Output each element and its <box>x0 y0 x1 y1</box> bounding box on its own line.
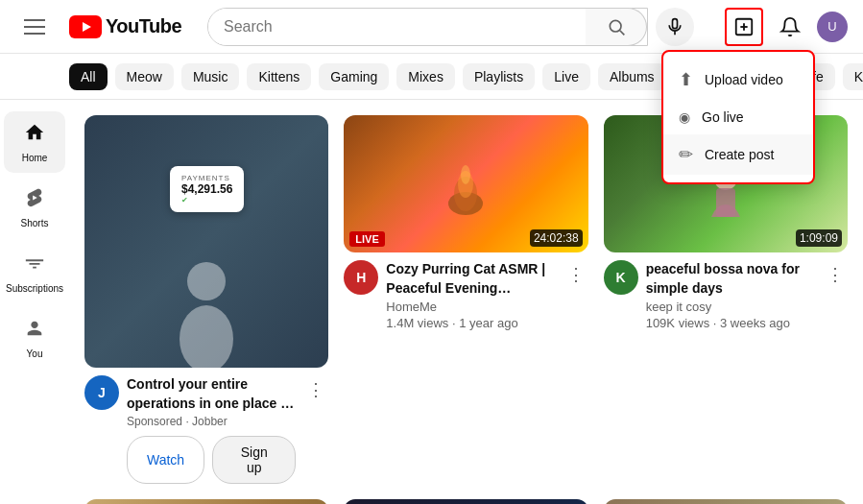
video-stats: 109K views · 3 weeks ago <box>646 316 815 330</box>
sidebar: Home Shorts Subscriptions <box>0 100 69 504</box>
video-info: Control your entire operations in one pl… <box>127 375 296 484</box>
category-pill-mixes[interactable]: Mixes <box>396 63 455 90</box>
logo[interactable]: YouTube <box>69 15 181 38</box>
sidebar-item-you[interactable]: You <box>4 307 65 369</box>
search-input[interactable] <box>208 9 586 45</box>
hamburger-icon <box>20 15 49 38</box>
thumbnail-container: 180DAYS 43:39 <box>84 499 328 504</box>
sidebar-item-subscriptions[interactable]: Subscriptions <box>4 242 65 303</box>
video-meta: H Cozy Purring Cat ASMR | Peaceful Eveni… <box>344 260 587 330</box>
watch-button[interactable]: Watch <box>127 436 204 484</box>
category-pill-albums[interactable]: Albums <box>598 63 666 90</box>
search-icon <box>607 17 626 36</box>
sidebar-item-shorts[interactable]: Shorts <box>4 177 65 238</box>
category-pill-kpop[interactable]: K-Pop <box>843 63 863 90</box>
search-bar <box>207 8 648 46</box>
video-menu-button[interactable]: ⋮ <box>303 375 328 404</box>
svg-point-9 <box>187 262 226 300</box>
create-post-icon: ✏ <box>679 144 693 165</box>
video-title: peaceful bossa nova for simple days <box>646 260 815 298</box>
video-info: peaceful bossa nova for simple days keep… <box>646 260 815 330</box>
create-post-label: Create post <box>705 147 774 162</box>
video-menu-button[interactable]: ⋮ <box>823 260 848 289</box>
create-button[interactable] <box>725 8 763 46</box>
thumbnail-container: PAYMENTS $4,291.56 ✔ <box>84 115 328 368</box>
channel-avatar: K <box>604 260 638 295</box>
category-pill-playlists[interactable]: Playlists <box>463 63 535 90</box>
shorts-icon <box>24 187 45 214</box>
youtube-logo-icon <box>69 15 102 38</box>
category-pill-music[interactable]: Music <box>181 63 240 90</box>
video-title: Control your entire operations in one pl… <box>127 375 296 413</box>
upload-video-label: Upload video <box>705 72 783 87</box>
video-channel: HomeMe <box>386 300 555 314</box>
channel-avatar-initials: K <box>604 260 638 295</box>
svg-point-2 <box>610 20 621 32</box>
video-card-v2[interactable]: 24:02:38 LIVE H Cozy Purring Cat ASMR | … <box>344 115 587 484</box>
payment-overlay: PAYMENTS $4,291.56 ✔ <box>170 166 244 212</box>
create-post-item[interactable]: ✏ Create post <box>663 134 813 175</box>
sidebar-item-home[interactable]: Home <box>4 111 65 173</box>
go-live-item[interactable]: ◉ Go live <box>663 100 813 134</box>
cta-buttons: Watch Sign up <box>127 436 296 484</box>
mic-icon <box>665 17 684 36</box>
svg-rect-4 <box>673 18 678 28</box>
thumbnail-container: 24:02:38 LIVE <box>344 115 587 252</box>
video-meta: K peaceful bossa nova for simple days ke… <box>604 260 848 330</box>
video-info: Cozy Purring Cat ASMR | Peaceful Evening… <box>386 260 555 330</box>
notifications-button[interactable] <box>771 8 809 46</box>
subscriptions-icon <box>24 252 45 279</box>
thumbnail-container: 7:49 <box>604 499 848 504</box>
sidebar-you-label: You <box>27 348 43 359</box>
video-card-v6[interactable]: 7:49 T Cute kitten discovers the world f… <box>604 499 848 504</box>
live-badge: LIVE <box>349 231 384 247</box>
channel-avatar: H <box>344 260 378 295</box>
create-dropdown: ⬆ Upload video ◉ Go live ✏ Create post <box>661 50 815 184</box>
you-icon <box>24 318 45 345</box>
video-stats: 1.4M views · 1 year ago <box>386 316 555 330</box>
video-card-v1[interactable]: PAYMENTS $4,291.56 ✔ J Control your enti… <box>84 115 328 484</box>
svg-point-10 <box>180 305 233 368</box>
video-card-v4[interactable]: 180DAYS 43:39 C Cat litter box training … <box>84 499 328 504</box>
header-center <box>207 8 694 46</box>
svg-line-3 <box>619 30 624 35</box>
sidebar-home-label: Home <box>22 153 48 163</box>
channel-avatar-initials: J <box>84 375 119 410</box>
video-title: Cozy Purring Cat ASMR | Peaceful Evening… <box>386 260 555 298</box>
category-pill-meow[interactable]: Meow <box>115 63 174 90</box>
upload-icon: ⬆ <box>679 69 693 90</box>
hamburger-button[interactable] <box>15 8 54 46</box>
video-meta: J Control your entire operations in one … <box>84 375 328 484</box>
video-menu-button[interactable]: ⋮ <box>563 260 588 289</box>
category-pill-all[interactable]: All <box>69 63 108 90</box>
category-pill-live[interactable]: Live <box>542 63 590 90</box>
video-card-v5[interactable]: 5:12 C Lo-fi girl sleeping aesthetic mus… <box>344 499 587 504</box>
category-pill-gaming[interactable]: Gaming <box>319 63 389 90</box>
channel-avatar: J <box>84 375 119 410</box>
sponsored-label: Sponsored · Jobber <box>127 415 296 428</box>
header-left: YouTube <box>15 8 207 46</box>
signup-button[interactable]: Sign up <box>212 436 296 484</box>
live-icon: ◉ <box>679 109 690 125</box>
logo-text: YouTube <box>106 15 181 37</box>
thumbnail-content <box>84 252 328 368</box>
duration-badge: 1:09:09 <box>796 229 842 247</box>
header: YouTube <box>0 0 863 54</box>
channel-avatar-initials: H <box>344 260 378 295</box>
go-live-label: Go live <box>702 109 744 125</box>
home-icon <box>24 122 45 149</box>
video-channel: keep it cosy <box>646 300 815 314</box>
create-icon <box>733 16 755 37</box>
thumbnail-container: 5:12 <box>344 499 587 504</box>
sidebar-subscriptions-label: Subscriptions <box>6 283 63 294</box>
svg-point-14 <box>461 165 470 184</box>
mic-button[interactable] <box>656 8 694 46</box>
category-pill-kittens[interactable]: Kittens <box>247 63 311 90</box>
avatar[interactable]: U <box>817 12 848 42</box>
header-right: U <box>694 8 848 46</box>
duration-badge: 24:02:38 <box>530 229 583 247</box>
search-button[interactable] <box>586 8 647 46</box>
sidebar-shorts-label: Shorts <box>21 218 49 228</box>
upload-video-item[interactable]: ⬆ Upload video <box>663 60 813 100</box>
bell-icon <box>779 16 801 37</box>
